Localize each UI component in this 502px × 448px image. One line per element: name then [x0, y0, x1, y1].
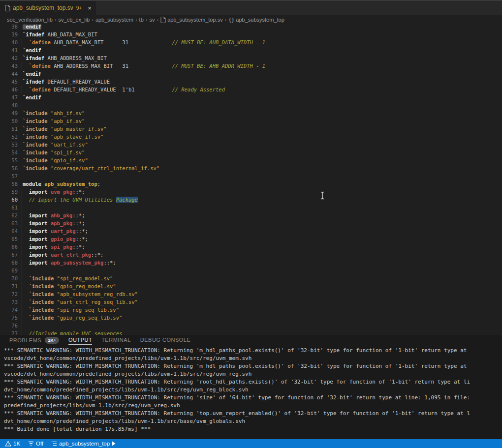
code-line[interactable]: 42`ifndef AHB_ADDRESS_MAX_BIT: [0, 54, 502, 62]
output-line: predefined_projects/libs/uvm-1.1b/src/re…: [4, 402, 502, 410]
line-number: 46: [0, 86, 18, 93]
code-line[interactable]: 76: [0, 322, 502, 329]
code-line[interactable]: 65 import gpio_pkg::*;: [0, 235, 502, 243]
code-line[interactable]: 62 import ahb_pkg::*;: [0, 211, 502, 219]
line-number: 50: [0, 117, 18, 125]
breadcrumb-item-sv[interactable]: sv: [149, 17, 155, 23]
tab-problems-badge: 9+: [76, 5, 82, 11]
code-line[interactable]: 39`ifndef AHB_DATA_MAX_BIT: [0, 30, 502, 38]
breadcrumb-item-tb[interactable]: tb: [139, 17, 144, 23]
breadcrumb-separator: ›: [135, 17, 137, 23]
line-number: 38: [0, 25, 18, 30]
panel-tab-label: DEBUG CONSOLE: [140, 337, 190, 343]
output-line: vscode/dvt_home/common/predefined_projec…: [4, 355, 502, 362]
bottom-panel: PROBLEMS 1K+ OUTPUT TERMINAL DEBUG CONSO…: [0, 335, 502, 439]
status-filter[interactable]: Off: [24, 439, 47, 448]
code-text: module apb_subsystem_top;: [23, 180, 502, 188]
code-line[interactable]: 63 import apb_pkg::*;: [0, 219, 502, 227]
output-line: *** SEMANTIC WARNING: WIDTH_MISMATCH_TRU…: [4, 410, 502, 418]
panel-tab-terminal[interactable]: TERMINAL: [101, 337, 131, 344]
line-number: 72: [0, 290, 18, 298]
code-line[interactable]: 58module apb_subsystem_top;: [0, 180, 502, 188]
breadcrumb: soc_verification_lib›sv_cb_ex_lib›apb_su…: [0, 15, 502, 25]
file-icon: [160, 17, 166, 23]
line-number: 54: [0, 149, 18, 156]
line-number: 39: [0, 30, 18, 38]
breadcrumb-item-apb_subsystem_top.sv[interactable]: apb_subsystem_top.sv: [160, 17, 223, 23]
code-line[interactable]: 73 `include "uart_ctrl_reg_seq_lib.sv": [0, 298, 502, 306]
panel-tab-label: OUTPUT: [68, 337, 92, 343]
code-editor[interactable]: 38`endif39`ifndef AHB_DATA_MAX_BIT40 `de…: [0, 25, 502, 335]
vscode-window: apb_subsystem_top.sv 9+ × soc_verificati…: [0, 0, 502, 448]
breadcrumb-label: sv_cb_ex_lib: [59, 17, 90, 23]
code-line[interactable]: 54`include "spi_if.sv": [0, 149, 502, 156]
line-number: 63: [0, 219, 18, 227]
code-line[interactable]: 64 import uart_pkg::*;: [0, 227, 502, 235]
code-line[interactable]: 56`include "coverage/uart_ctrl_internal_…: [0, 164, 502, 172]
code-line[interactable]: 43 `define AHB_ADDRESS_MAX_BIT 31 // MUS…: [0, 62, 502, 70]
line-number: 42: [0, 54, 18, 62]
breadcrumb-item-apb_subsystem_top[interactable]: {}apb_subsystem_top: [228, 17, 284, 23]
code-line[interactable]: 77 //Include module UVC sequences: [0, 329, 502, 335]
line-number: 58: [0, 180, 18, 188]
code-line[interactable]: 49`include "ahb_if.sv": [0, 109, 502, 117]
breadcrumb-item-apb_subsystem[interactable]: apb_subsystem: [95, 17, 133, 23]
symbol-module-icon: {}: [228, 17, 234, 23]
output-console[interactable]: *** SEMANTIC WARNING: WIDTH_MISMATCH_TRU…: [0, 345, 502, 439]
play-icon[interactable]: [112, 441, 116, 446]
code-text: import uvm_pkg::*;: [23, 188, 502, 196]
code-line[interactable]: 51`include "apb_master_if.sv": [0, 125, 502, 133]
code-line[interactable]: 59 import uvm_pkg::*;: [0, 188, 502, 196]
line-number: 55: [0, 156, 18, 164]
panel-tab-output[interactable]: OUTPUT: [68, 337, 92, 345]
code-line[interactable]: 45`ifndef DEFAULT_HREADY_VALUE: [0, 78, 502, 86]
code-line[interactable]: 67 import uart_ctrl_pkg::*;: [0, 251, 502, 259]
line-number: 53: [0, 141, 18, 149]
close-icon[interactable]: ×: [88, 5, 92, 11]
breadcrumb-item-sv_cb_ex_lib[interactable]: sv_cb_ex_lib: [59, 17, 90, 23]
line-number: 51: [0, 125, 18, 133]
code-line[interactable]: 38`endif: [0, 25, 502, 30]
editor-lines: 38`endif39`ifndef AHB_DATA_MAX_BIT40 `de…: [0, 25, 502, 335]
code-line[interactable]: 50`include "apb_if.sv": [0, 117, 502, 125]
code-text: import apb_subsystem_pkg::*;: [23, 259, 502, 267]
code-line[interactable]: 74 `include "spi_reg_seq_lib.sv": [0, 306, 502, 314]
code-text: `include "uart_if.sv": [23, 141, 502, 149]
code-line[interactable]: 71 `include "gpio_reg_model.sv": [0, 282, 502, 290]
code-line[interactable]: 52`include "apb_slave_if.sv": [0, 133, 502, 141]
code-text: `include "apb_slave_if.sv": [23, 133, 502, 141]
code-text: [23, 101, 502, 109]
code-line[interactable]: 55`include "gpio_if.sv": [0, 156, 502, 164]
breadcrumb-item-soc_verification_lib[interactable]: soc_verification_lib: [7, 17, 53, 23]
code-line[interactable]: 40 `define AHB_DATA_MAX_BIT 31 // MUST B…: [0, 38, 502, 46]
code-line[interactable]: 69: [0, 267, 502, 274]
status-warnings[interactable]: 1K: [1, 439, 24, 448]
code-line[interactable]: 61: [0, 204, 502, 211]
code-text: [23, 204, 502, 211]
code-line[interactable]: 48: [0, 101, 502, 109]
code-line[interactable]: 72 `include "apb_subsystem_reg_rdb.sv": [0, 290, 502, 298]
panel-tab-debug-console[interactable]: DEBUG CONSOLE: [140, 337, 190, 344]
code-line[interactable]: 66 import spi_pkg::*;: [0, 243, 502, 251]
code-line[interactable]: 53`include "uart_if.sv": [0, 141, 502, 149]
line-number: 70: [0, 274, 18, 282]
code-text: `define DEFAULT_HREADY_VALUE 1'b1 // Rea…: [23, 86, 502, 93]
code-line[interactable]: 46 `define DEFAULT_HREADY_VALUE 1'b1 // …: [0, 86, 502, 93]
editor-tab-bar: apb_subsystem_top.sv 9+ ×: [0, 0, 502, 15]
status-task-runner[interactable]: apb_subsystem_top: [47, 439, 120, 448]
code-line[interactable]: 57: [0, 172, 502, 180]
breadcrumb-separator: ›: [55, 17, 57, 23]
code-line[interactable]: 68 import apb_subsystem_pkg::*;: [0, 259, 502, 267]
code-line[interactable]: 44`endif: [0, 70, 502, 78]
code-text: import uart_pkg::*;: [23, 227, 502, 235]
tab-apb-subsystem-top-sv[interactable]: apb_subsystem_top.sv 9+ ×: [0, 1, 97, 15]
code-text: `include "spi_reg_seq_lib.sv": [23, 306, 502, 314]
line-number: 60: [0, 196, 18, 204]
code-line[interactable]: 70 `include "spi_reg_model.sv": [0, 274, 502, 282]
panel-tab-problems[interactable]: PROBLEMS 1K+: [9, 337, 59, 345]
code-line[interactable]: 47`endif: [0, 93, 502, 101]
code-line[interactable]: 75 `include "gpio_reg_seq_lib.sv": [0, 314, 502, 322]
code-text: `include "uart_ctrl_reg_seq_lib.sv": [23, 298, 502, 306]
code-line[interactable]: 41`endif: [0, 46, 502, 54]
code-line[interactable]: 60 // Import the UVM Utilities Package: [0, 196, 502, 204]
